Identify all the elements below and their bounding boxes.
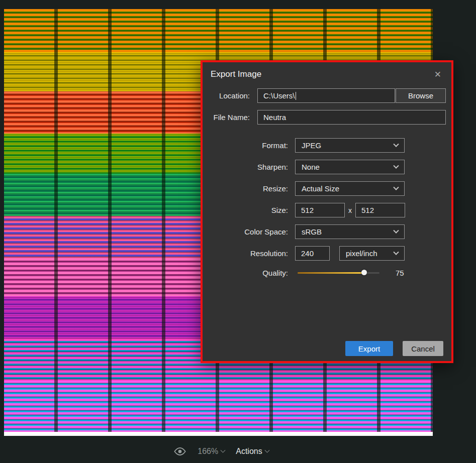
resize-value: Actual Size <box>302 184 339 193</box>
app-window: Export Image ✕ Location: C:\Users\ Brows… <box>0 0 476 463</box>
resolution-input[interactable] <box>295 246 330 261</box>
format-value: JPEG <box>302 141 321 150</box>
quality-slider[interactable] <box>298 268 379 278</box>
quality-row: Quality: 75 <box>203 268 451 278</box>
resolution-unit-dropdown[interactable]: pixel/inch <box>339 246 405 261</box>
resize-row: Resize: Actual Size <box>203 181 451 196</box>
actions-label: Actions <box>236 447 262 456</box>
chevron-down-icon <box>264 447 269 452</box>
resize-dropdown[interactable]: Actual Size <box>295 181 405 196</box>
sharpen-value: None <box>302 163 320 171</box>
location-value: C:\Users\ <box>263 91 295 100</box>
preview-eye-icon[interactable] <box>173 447 186 456</box>
dialog-buttons: Export Cancel <box>345 341 443 356</box>
size-height-input[interactable] <box>355 203 405 217</box>
resolution-row: Resolution: pixel/inch <box>203 246 451 261</box>
size-row: Size: x <box>203 203 451 217</box>
location-row: Location: C:\Users\ Browse <box>203 88 451 103</box>
file-name-row: File Name: Neutra <box>203 110 451 125</box>
size-separator: x <box>348 206 352 214</box>
color-space-value: sRGB <box>302 227 322 236</box>
chevron-down-icon <box>393 227 399 233</box>
export-button[interactable]: Export <box>345 341 393 356</box>
chevron-down-icon <box>221 447 226 452</box>
location-input[interactable]: C:\Users\ <box>257 88 395 103</box>
format-label: Format: <box>203 141 288 150</box>
eye-icon <box>173 447 186 456</box>
chevron-down-icon <box>393 141 399 147</box>
size-width-input[interactable] <box>295 203 345 217</box>
slider-fill <box>298 272 364 274</box>
sharpen-row: Sharpen: None <box>203 160 451 174</box>
zoom-level: 166% <box>198 447 218 456</box>
color-space-dropdown[interactable]: sRGB <box>295 224 405 239</box>
format-row: Format: JPEG <box>203 138 451 153</box>
resize-label: Resize: <box>203 184 288 193</box>
resolution-label: Resolution: <box>203 249 288 258</box>
color-space-row: Color Space: sRGB <box>203 224 451 239</box>
actions-menu[interactable]: Actions <box>236 447 268 456</box>
image-bottom-strip <box>4 432 433 436</box>
text-caret <box>296 92 296 100</box>
format-dropdown[interactable]: JPEG <box>295 138 405 153</box>
sharpen-dropdown[interactable]: None <box>295 160 405 174</box>
browse-button[interactable]: Browse <box>396 88 446 103</box>
slider-thumb[interactable] <box>361 270 367 275</box>
color-space-label: Color Space: <box>203 227 288 236</box>
zoom-control[interactable]: 166% <box>198 447 225 456</box>
dialog-title: Export Image <box>211 69 261 79</box>
file-name-value: Neutra <box>263 113 286 122</box>
cancel-button[interactable]: Cancel <box>403 341 443 356</box>
sharpen-label: Sharpen: <box>203 163 288 171</box>
chevron-down-icon <box>393 163 399 168</box>
quality-value: 75 <box>396 269 404 277</box>
quality-label: Quality: <box>203 269 288 277</box>
size-label: Size: <box>203 206 288 214</box>
chevron-down-icon <box>393 184 399 190</box>
file-name-input[interactable]: Neutra <box>257 110 446 125</box>
file-name-label: File Name: <box>203 113 250 122</box>
location-label: Location: <box>203 91 250 100</box>
close-icon[interactable]: ✕ <box>432 69 443 80</box>
chevron-down-icon <box>393 249 399 255</box>
dialog-header: Export Image ✕ <box>203 62 451 83</box>
resolution-unit-value: pixel/inch <box>346 249 377 258</box>
export-form: Location: C:\Users\ Browse File Name: Ne… <box>203 83 451 278</box>
export-dialog: Export Image ✕ Location: C:\Users\ Brows… <box>201 60 453 363</box>
bottom-toolbar: 166% Actions <box>0 440 442 463</box>
